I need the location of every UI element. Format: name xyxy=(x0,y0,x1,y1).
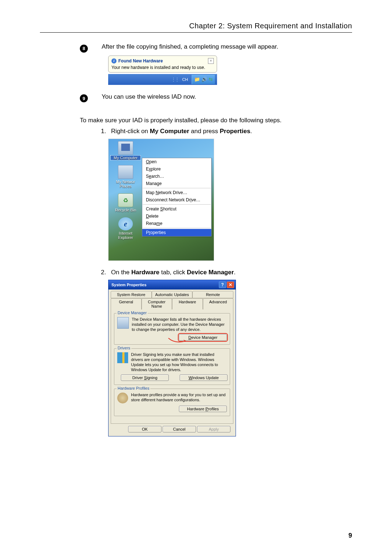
desktop-my-computer[interactable]: My Computer xyxy=(111,141,140,160)
tray-usb-icon[interactable]: ⇆ xyxy=(209,77,213,82)
menu-shortcut[interactable]: Create Shortcut xyxy=(142,205,211,213)
step-8-text: After the file copying finished, a compl… xyxy=(102,43,278,53)
drivers-icon xyxy=(117,352,128,363)
chapter-header: Chapter 2: System Requirement and Instal… xyxy=(40,22,352,33)
menu-map-drive[interactable]: Map Network Drive… xyxy=(142,189,211,196)
step-9-text: You can use the wireless IAD now. xyxy=(102,93,196,103)
tray-language-indicator[interactable]: CH xyxy=(182,77,188,82)
menu-properties[interactable]: Properties xyxy=(142,229,211,236)
tab-computer-name[interactable]: Computer Name xyxy=(142,298,172,309)
group-hardware-profiles-legend: Hardware Profiles xyxy=(117,386,150,390)
apply-button[interactable]: Apply xyxy=(197,426,230,432)
hardware-profiles-button[interactable]: Hardware Profiles xyxy=(179,406,227,412)
tab-advanced[interactable]: Advanced xyxy=(203,298,234,309)
figure-system-properties: System Properties ?✕ System Restore Auto… xyxy=(108,280,236,436)
ie-icon xyxy=(118,217,133,230)
titlebar-close-button[interactable]: ✕ xyxy=(227,282,234,288)
tab-strip: System Restore Automatic Updates Remote … xyxy=(111,291,233,309)
verify-step-2: 2.On the Hardware tab, click Device Mana… xyxy=(101,269,352,276)
balloon-tip: i Found New Hardware × Your new hardware… xyxy=(108,56,217,73)
step-8: 8 After the file copying finished, a com… xyxy=(80,43,352,53)
step-9-bullet: 9 xyxy=(80,94,88,102)
figure-found-new-hardware: i Found New Hardware × Your new hardware… xyxy=(108,56,217,85)
info-icon: i xyxy=(111,58,117,63)
cancel-button[interactable]: Cancel xyxy=(163,426,196,432)
dialog-title-bar: System Properties ?✕ xyxy=(109,280,236,290)
tab-system-restore[interactable]: System Restore xyxy=(111,291,152,298)
windows-update-button[interactable]: Windows Update xyxy=(180,374,228,381)
tab-automatic-updates[interactable]: Automatic Updates xyxy=(152,291,193,298)
menu-delete[interactable]: Delete xyxy=(142,213,211,220)
tab-general[interactable]: General xyxy=(111,298,142,309)
tray-folder-icon[interactable]: 📁 xyxy=(194,77,200,82)
menu-search[interactable]: Search… xyxy=(142,173,211,180)
menu-separator xyxy=(143,228,211,228)
dialog-title: System Properties xyxy=(111,283,147,287)
titlebar-help-button[interactable]: ? xyxy=(219,282,226,288)
tray-grip-icon: ⋮⋮ xyxy=(171,77,179,82)
group-drivers: Drivers Driver Signing lets you make sur… xyxy=(114,348,230,385)
highlight-arrow-icon xyxy=(168,337,187,344)
close-icon[interactable]: × xyxy=(208,58,214,64)
tab-hardware[interactable]: Hardware xyxy=(172,298,203,309)
desktop-network-places[interactable]: My Networ Places xyxy=(111,165,140,188)
device-manager-button[interactable]: Device Manager xyxy=(179,334,227,341)
drivers-text: Driver Signing lets you make sure that i… xyxy=(131,352,227,372)
hardware-profiles-icon xyxy=(117,393,128,403)
figure-desktop-context-menu: My Computer My Networ Places Recycle Bin… xyxy=(108,139,214,261)
ok-button[interactable]: OK xyxy=(128,426,162,432)
menu-separator xyxy=(143,204,211,205)
desktop-internet-explorer[interactable]: Internet Explorer xyxy=(111,217,140,240)
taskbar-systray: ⋮⋮ CH 📁 🔊 ⇆ xyxy=(108,74,217,85)
menu-separator xyxy=(143,188,211,188)
verify-step-1: 1.Right-click on My Computer and press P… xyxy=(101,128,352,135)
menu-manage[interactable]: Manage xyxy=(142,180,211,187)
group-drivers-legend: Drivers xyxy=(117,346,131,350)
context-menu: Opendocument.currentScript.previousSibli… xyxy=(142,158,212,237)
device-manager-text: The Device Manager lists all the hardwar… xyxy=(132,317,227,332)
driver-signing-button[interactable]: Driver Signing xyxy=(121,374,169,381)
menu-explore[interactable]: Explore xyxy=(142,165,211,173)
tab-hardware-panel: Device Manager The Device Manager lists … xyxy=(111,309,233,424)
verify-intro: To make sure your IAD is properly instal… xyxy=(80,117,352,124)
balloon-message: Your new hardware is installed and ready… xyxy=(111,65,214,70)
device-manager-icon xyxy=(117,317,129,329)
tray-sound-icon[interactable]: 🔊 xyxy=(201,77,207,82)
menu-disconnect[interactable]: Disconnect Network Drive… xyxy=(142,196,211,204)
page-number: 9 xyxy=(348,532,352,539)
group-device-manager-legend: Device Manager xyxy=(117,311,148,315)
step-9: 9 You can use the wireless IAD now. xyxy=(80,93,352,103)
menu-open[interactable]: Opendocument.currentScript.previousSibli… xyxy=(142,158,211,165)
step-8-bullet: 8 xyxy=(80,45,88,53)
desktop-recycle-bin[interactable]: Recycle Bin xyxy=(111,193,140,212)
recycle-bin-icon xyxy=(118,193,133,207)
tab-remote[interactable]: Remote xyxy=(192,291,233,298)
group-device-manager: Device Manager The Device Manager lists … xyxy=(114,313,230,345)
menu-rename[interactable]: Rename xyxy=(142,220,211,227)
balloon-title: Found New Hardware xyxy=(118,58,163,63)
computer-icon xyxy=(118,141,133,155)
network-places-icon xyxy=(118,165,133,179)
hardware-profiles-text: Hardware profiles provide a way for you … xyxy=(131,393,227,403)
group-hardware-profiles: Hardware Profiles Hardware profiles prov… xyxy=(114,389,230,416)
